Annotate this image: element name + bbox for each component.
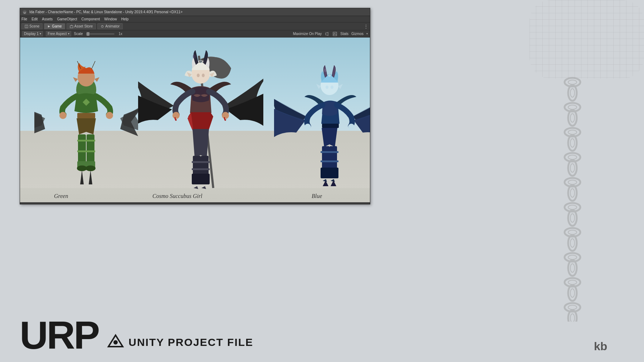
scene-icon <box>25 25 28 28</box>
svg-point-19 <box>568 185 577 201</box>
maximize-on-play-btn[interactable]: Maximize On Play <box>293 32 322 36</box>
menu-window[interactable]: Window <box>104 17 117 21</box>
unity-editor-window: U Ida Faber - CharacterName - PC, Mac & … <box>20 8 370 204</box>
svg-rect-91 <box>200 168 210 170</box>
tab-scene[interactable]: Scene <box>21 23 43 29</box>
svg-point-87 <box>222 112 229 119</box>
svg-point-2 <box>568 80 577 84</box>
svg-marker-45 <box>48 25 50 28</box>
svg-point-12 <box>570 139 575 147</box>
kd-logo: kb <box>594 338 615 352</box>
svg-point-23 <box>568 210 577 226</box>
svg-point-31 <box>568 260 577 276</box>
store-icon <box>70 25 73 28</box>
svg-point-104 <box>348 124 355 130</box>
character-label-blue: Blue <box>312 193 322 199</box>
svg-rect-72 <box>86 150 95 152</box>
svg-marker-73 <box>80 170 84 184</box>
tab-animator[interactable]: Animator <box>97 23 123 29</box>
svg-rect-69 <box>77 140 87 142</box>
menu-file[interactable]: File <box>21 17 27 21</box>
svg-rect-83 <box>200 174 210 184</box>
svg-point-32 <box>570 264 575 272</box>
menu-assets[interactable]: Assets <box>42 17 53 21</box>
svg-point-95 <box>331 86 333 89</box>
svg-point-15 <box>568 160 577 176</box>
svg-point-24 <box>570 214 575 222</box>
svg-point-10 <box>568 130 577 134</box>
audio-btn[interactable] <box>325 31 330 36</box>
svg-point-93 <box>324 69 326 72</box>
svg-point-11 <box>568 135 577 151</box>
stats-btn[interactable]: Stats <box>340 32 348 36</box>
svg-point-16 <box>570 164 575 172</box>
svg-point-68 <box>106 112 113 119</box>
svg-point-8 <box>570 114 575 122</box>
svg-point-30 <box>568 255 577 259</box>
svg-marker-101 <box>323 179 327 182</box>
unity-logo-row: UNITY PROJECT FILE <box>107 334 253 351</box>
svg-marker-49 <box>326 32 328 36</box>
tab-asset-store[interactable]: Asset Store <box>67 23 96 29</box>
svg-marker-84 <box>194 186 198 189</box>
unity-titlebar: U Ida Faber - CharacterName - PC, Mac & … <box>20 8 370 16</box>
svg-rect-70 <box>86 140 95 142</box>
svg-point-103 <box>304 124 311 130</box>
svg-point-20 <box>570 189 575 197</box>
svg-marker-109 <box>323 180 328 186</box>
svg-marker-110 <box>331 180 336 186</box>
svg-point-14 <box>568 155 577 159</box>
svg-point-3 <box>568 85 577 101</box>
svg-point-27 <box>568 235 577 251</box>
unity-menubar: File Edit Assets GameObject Component Wi… <box>20 16 370 23</box>
menu-component[interactable]: Component <box>82 17 100 21</box>
urp-logo-text: URP <box>20 316 98 355</box>
svg-point-77 <box>193 54 196 59</box>
menu-gameobject[interactable]: GameObject <box>57 17 77 21</box>
svg-point-18 <box>568 180 577 184</box>
tab-overflow-menu[interactable]: ⋮ <box>364 24 369 29</box>
unity-project-info: UNITY PROJECT FILE <box>107 334 253 351</box>
svg-point-7 <box>568 110 577 126</box>
character-blue <box>274 50 370 190</box>
svg-point-67 <box>59 112 67 119</box>
aspect-dropdown[interactable]: Free Aspect ▾ <box>46 31 71 36</box>
svg-text:kb: kb <box>594 340 607 352</box>
svg-point-79 <box>202 74 205 77</box>
svg-point-36 <box>570 289 575 297</box>
display-dropdown[interactable]: Display 1 ▾ <box>22 31 43 36</box>
svg-point-40 <box>570 314 575 322</box>
animator-icon <box>101 25 104 28</box>
character-label-center: Cosmo Succubus Girl <box>152 193 203 199</box>
unity-game-toolbar: Display 1 ▾ Free Aspect ▾ Scale 1x Maxim… <box>20 30 370 38</box>
scale-value: 1x <box>119 32 123 36</box>
svg-rect-100 <box>328 168 338 178</box>
toolbar-right: Maximize On Play Stats Gizmos ▾ <box>293 31 368 36</box>
svg-point-35 <box>568 285 577 301</box>
svg-marker-102 <box>331 179 335 182</box>
tab-game[interactable]: Game <box>44 23 65 29</box>
unity-window-icon: U <box>22 10 27 15</box>
svg-point-115 <box>113 340 118 344</box>
stats-icon[interactable] <box>332 31 337 36</box>
svg-point-28 <box>570 239 575 247</box>
unity-logo-icon <box>107 334 124 351</box>
svg-point-78 <box>197 74 200 77</box>
svg-rect-0 <box>530 0 644 79</box>
svg-point-6 <box>568 105 577 109</box>
svg-text:U: U <box>24 11 26 14</box>
gizmos-btn[interactable]: Gizmos <box>351 32 364 36</box>
svg-point-26 <box>568 230 577 234</box>
menu-edit[interactable]: Edit <box>31 17 38 21</box>
svg-point-38 <box>568 305 577 309</box>
svg-rect-89 <box>200 161 210 163</box>
scale-slider[interactable] <box>86 33 114 35</box>
character-green <box>34 43 138 190</box>
svg-point-86 <box>172 112 180 119</box>
svg-rect-71 <box>77 150 87 152</box>
character-label-green: Green <box>54 193 68 199</box>
menu-help[interactable]: Help <box>121 17 129 21</box>
svg-rect-106 <box>328 151 338 153</box>
scale-label: Scale <box>74 32 83 36</box>
svg-marker-74 <box>89 170 92 184</box>
